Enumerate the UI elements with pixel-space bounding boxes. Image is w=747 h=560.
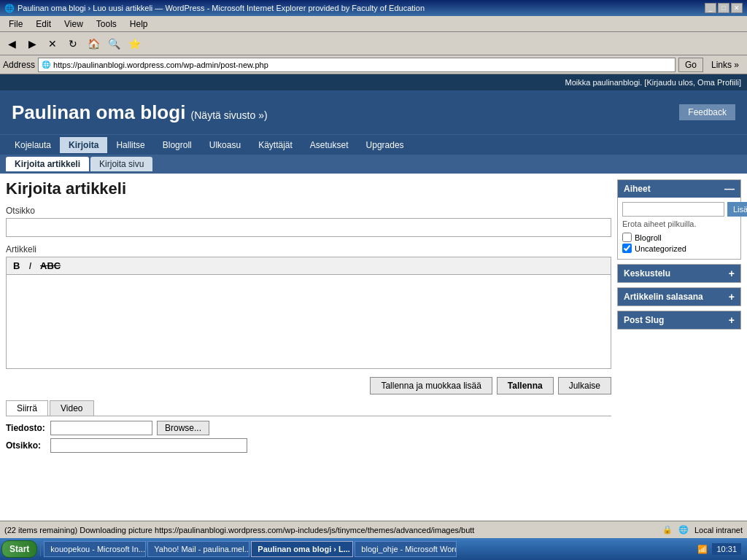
wp-header: Paulinan oma blogi (Näytä sivusto ») Fee… xyxy=(0,90,747,134)
sidebar: Aiheet — Lisää Erota aiheet pilkuilla. B… xyxy=(617,179,741,499)
tab-siirra[interactable]: Siirrä xyxy=(6,400,48,416)
search-button[interactable]: 🔍 xyxy=(105,35,123,52)
blog-title: Paulinan oma blogi (Näytä sivusto ») xyxy=(12,101,268,123)
address-input[interactable] xyxy=(53,61,672,69)
lock-icon: 🔒 xyxy=(662,525,673,534)
wp-top-bar-text: Moikka paulinanblogi. [Kirjaudu ulos, Om… xyxy=(565,78,741,87)
title-bar: 🌐 Paulinan oma blogi › Luo uusi artikkel… xyxy=(0,0,747,16)
keskustelu-box: Keskustelu + xyxy=(617,264,741,283)
save-button[interactable]: Tallenna xyxy=(497,377,554,394)
save-edit-button[interactable]: Tallenna ja muokkaa lisää xyxy=(370,377,492,394)
minimize-button[interactable]: _ xyxy=(705,3,716,13)
maximize-button[interactable]: □ xyxy=(718,3,729,13)
forward-button[interactable]: ▶ xyxy=(23,35,41,52)
tiedosto-label: Tiedosto: xyxy=(6,423,46,433)
feedback-button[interactable]: Feedback xyxy=(679,104,735,120)
nav-asetukset[interactable]: Asetukset xyxy=(301,137,357,153)
menu-file[interactable]: File xyxy=(3,18,28,31)
post-slug-header: Post Slug + xyxy=(618,311,740,329)
favorites-button[interactable]: ⭐ xyxy=(125,35,143,52)
browse-button[interactable]: Browse... xyxy=(157,421,209,435)
title-bar-controls: _ □ ✕ xyxy=(705,3,743,13)
go-button[interactable]: Go xyxy=(678,58,703,72)
status-zone: Local intranet xyxy=(694,526,743,534)
keskustelu-header: Keskustelu + xyxy=(618,265,740,282)
artikkelin-salasana-header: Artikkelin salasana + xyxy=(618,288,740,306)
artikkelin-salasana-expand-button[interactable]: + xyxy=(729,291,735,303)
aiheet-box: Aiheet — Lisää Erota aiheet pilkuilla. B… xyxy=(617,179,741,260)
menu-tools[interactable]: Tools xyxy=(90,18,123,31)
tag-hint: Erota aiheet pilkuilla. xyxy=(622,219,736,228)
wp-subnav: Kirjoita artikkeli Kirjoita sivu xyxy=(0,155,747,174)
close-button[interactable]: ✕ xyxy=(731,3,743,13)
blog-link[interactable]: (Näytä sivusto ») xyxy=(191,109,268,121)
wp-nav: Kojelauta Kirjoita Hallitse Blogroll Ulk… xyxy=(0,134,747,155)
status-text: (22 items remaining) Downloading picture… xyxy=(4,526,657,534)
keskustelu-expand-button[interactable]: + xyxy=(729,268,735,279)
aiheet-title: Aiheet xyxy=(624,184,651,194)
editor-toolbar: B I ABC xyxy=(6,257,611,274)
title-bar-left: 🌐 Paulinan oma blogi › Luo uusi artikkel… xyxy=(4,4,425,13)
uncategorized-checkbox[interactable] xyxy=(622,244,632,253)
menu-view[interactable]: View xyxy=(58,18,89,31)
refresh-button[interactable]: ↻ xyxy=(64,35,82,52)
browser-toolbar: ◀ ▶ ✕ ↻ 🏠 🔍 ⭐ xyxy=(0,32,747,55)
subnav-kirjoita-artikkeli[interactable]: Kirjoita artikkeli xyxy=(6,157,89,171)
tag-input[interactable] xyxy=(622,202,724,217)
post-slug-expand-button[interactable]: + xyxy=(729,314,735,326)
nav-blogroll[interactable]: Blogroll xyxy=(154,137,201,153)
aiheet-header: Aiheet — xyxy=(618,180,740,198)
italic-button[interactable]: I xyxy=(26,260,34,272)
title-bar-text: Paulinan oma blogi › Luo uusi artikkeli … xyxy=(18,4,425,12)
page-title: Kirjoita artikkeli xyxy=(6,179,611,198)
nav-kojelauta[interactable]: Kojelauta xyxy=(6,137,60,153)
strikethrough-button[interactable]: ABC xyxy=(37,260,63,272)
links-button[interactable]: Links » xyxy=(706,58,744,72)
action-buttons: Tallenna ja muokkaa lisää Tallenna Julka… xyxy=(6,377,611,394)
bold-button[interactable]: B xyxy=(10,260,23,272)
blogroll-checkbox[interactable] xyxy=(622,233,632,242)
uncategorized-label: Uncategorized xyxy=(635,244,686,253)
address-input-container: 🌐 xyxy=(38,58,676,72)
back-button[interactable]: ◀ xyxy=(3,35,20,52)
tab-video[interactable]: Video xyxy=(50,400,93,416)
file-row: Tiedosto: Browse... xyxy=(6,421,611,435)
file-input[interactable] xyxy=(50,421,152,435)
menu-help[interactable]: Help xyxy=(124,18,154,31)
blog-title-area: Paulinan oma blogi (Näytä sivusto ») xyxy=(12,101,268,124)
menu-bar: File Edit View Tools Help xyxy=(0,16,747,32)
tag-input-row: Lisää xyxy=(622,202,736,217)
nav-upgrades[interactable]: Upgrades xyxy=(357,137,413,153)
address-bar: Address 🌐 Go Links » xyxy=(0,55,747,74)
aiheet-collapse-button[interactable]: — xyxy=(724,183,735,195)
main-content: Kirjoita artikkeli Otsikko Artikkeli B I… xyxy=(0,174,747,505)
otsikko2-input[interactable] xyxy=(50,438,247,453)
zone-icon: 🌐 xyxy=(678,525,689,534)
title-bar-icon: 🌐 xyxy=(4,4,15,13)
bottom-tabs: Siirrä Video xyxy=(6,400,611,416)
subnav-kirjoita-sivu[interactable]: Kirjoita sivu xyxy=(90,157,152,171)
status-bar: (22 items remaining) Downloading picture… xyxy=(0,521,747,538)
address-icon: 🌐 xyxy=(42,61,50,69)
browser-content: Moikka paulinanblogi. [Kirjaudu ulos, Om… xyxy=(0,74,747,521)
nav-kirjoita[interactable]: Kirjoita xyxy=(60,137,107,153)
otsikko-input[interactable] xyxy=(6,218,611,237)
stop-button[interactable]: ✕ xyxy=(44,35,61,52)
nav-hallitse[interactable]: Hallitse xyxy=(107,137,153,153)
tag-add-button[interactable]: Lisää xyxy=(727,202,747,217)
otsikko-row: Otsikko: xyxy=(6,438,611,453)
post-slug-box: Post Slug + xyxy=(617,311,741,330)
wp-top-bar: Moikka paulinanblogi. [Kirjaudu ulos, Om… xyxy=(0,74,747,90)
nav-ulkoasu[interactable]: Ulkoasu xyxy=(201,137,249,153)
artikkelin-salasana-title: Artikkelin salasana xyxy=(624,292,703,302)
keskustelu-title: Keskustelu xyxy=(624,268,670,279)
otsikko-label: Otsikko xyxy=(6,206,611,216)
article-editor[interactable] xyxy=(6,274,611,369)
blog-title-text: Paulinan oma blogi xyxy=(12,101,185,123)
nav-kayttajat[interactable]: Käyttäjät xyxy=(249,137,301,153)
artikkelin-salasana-box: Artikkelin salasana + xyxy=(617,287,741,306)
publish-button[interactable]: Julkaise xyxy=(558,377,611,394)
post-slug-title: Post Slug xyxy=(624,315,664,325)
home-button[interactable]: 🏠 xyxy=(85,35,102,52)
menu-edit[interactable]: Edit xyxy=(30,18,57,31)
